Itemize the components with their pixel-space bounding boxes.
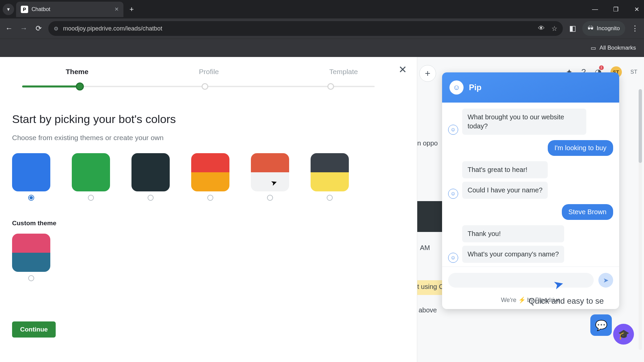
- bolt-icon: ⚡: [518, 297, 526, 303]
- bot-bubble-avatar-icon: ☺: [448, 189, 458, 199]
- new-tab-button[interactable]: +: [129, 5, 134, 14]
- window-controls: ― ❐ ✕: [591, 0, 641, 18]
- step-dot-template[interactable]: [327, 83, 334, 90]
- avatar-label: ST: [631, 69, 637, 75]
- theme-swatch-row: [12, 153, 405, 201]
- bookmark-star-icon[interactable]: ☆: [551, 24, 557, 33]
- step-dot-profile[interactable]: [202, 83, 208, 90]
- stepper-labels: Theme Profile Template: [12, 68, 405, 76]
- bot-avatar-icon: ☺: [449, 80, 464, 95]
- side-panel-icon[interactable]: ◧: [568, 24, 578, 33]
- close-window-icon[interactable]: ✕: [633, 6, 641, 13]
- step-label-template: Template: [329, 68, 358, 76]
- bot-bubble: What's your company's name?: [462, 246, 564, 263]
- chat-widget: ☺ Pip ☺What brought you to our website t…: [442, 72, 619, 309]
- theme-swatch-0[interactable]: [12, 153, 50, 201]
- user-message-row: I'm looking to buy: [448, 140, 613, 156]
- theme-radio-5[interactable]: [327, 195, 333, 201]
- theme-radio-4[interactable]: [267, 195, 273, 201]
- tab-title: Chatbot: [32, 6, 111, 12]
- folder-icon: ▭: [591, 45, 596, 52]
- chat-input-row: ➤: [442, 266, 619, 294]
- page-content: ✕ Theme Profile Template Start by pickin…: [0, 57, 644, 362]
- theme-radio-1[interactable]: [88, 195, 94, 201]
- page-subhead: Choose from existing themes or create yo…: [12, 134, 405, 142]
- step-dot-theme[interactable]: [76, 82, 84, 90]
- incognito-icon: 🕶: [588, 25, 593, 32]
- user-bubble: Steve Brown: [562, 204, 613, 220]
- chat-body: ☺What brought you to our website today?I…: [442, 103, 619, 266]
- toolbar-row: ← → ⟳ ⚙ moodjoy.pipedrive.com/leads/chat…: [0, 18, 644, 39]
- reload-icon[interactable]: ⟳: [34, 24, 44, 33]
- theme-radio-2[interactable]: [148, 195, 154, 201]
- theme-radio-3[interactable]: [207, 195, 213, 201]
- user-bubble: I'm looking to buy: [548, 140, 613, 156]
- back-icon[interactable]: ←: [4, 24, 14, 33]
- bot-message-row: ☺Thank you!What's your company's name?: [448, 225, 613, 263]
- tab-search-dropdown[interactable]: ▾: [3, 4, 14, 15]
- bot-bubble: What brought you to our website today?: [462, 109, 586, 135]
- quick-caption: Quick and easy to se: [529, 296, 604, 306]
- step-label-profile: Profile: [199, 68, 219, 76]
- incognito-chip[interactable]: 🕶 Incognito: [582, 21, 625, 36]
- preview-scrollthumb[interactable]: [639, 89, 642, 163]
- preview-pane: + ✦ ? ◔! ST ST n oppo AM t using C above…: [417, 57, 644, 362]
- user-message-row: Steve Brown: [448, 204, 613, 220]
- bot-message-row: ☺That's great to hear!Could I have your …: [448, 161, 613, 199]
- chat-fab[interactable]: 💬: [590, 314, 612, 336]
- bot-bubble: That's great to hear!: [462, 161, 548, 178]
- theme-swatch-4[interactable]: [251, 153, 289, 201]
- tab-close-icon[interactable]: ✕: [114, 6, 119, 12]
- site-settings-icon[interactable]: ⚙: [54, 25, 58, 32]
- bot-message-row: ☺What brought you to our website today?: [448, 109, 613, 135]
- theme-radio-0[interactable]: [28, 195, 34, 201]
- all-bookmarks-button[interactable]: ▭ All Bookmarks: [591, 45, 636, 52]
- bot-bubble-avatar-icon: ☺: [448, 253, 458, 263]
- tab-favicon: P: [21, 6, 28, 13]
- help-fab[interactable]: 🎓: [613, 324, 634, 345]
- tracking-off-icon[interactable]: 👁: [538, 24, 545, 33]
- bookmarks-bar: ▭ All Bookmarks: [0, 39, 644, 57]
- bg-text-using: t using C: [417, 283, 444, 291]
- page-headline: Start by picking your bot's colors: [12, 113, 405, 126]
- bot-bubble: Thank you!: [462, 225, 564, 242]
- theme-swatch-1[interactable]: [72, 153, 110, 201]
- chat-input[interactable]: [448, 273, 594, 288]
- theme-swatch-5[interactable]: [311, 153, 349, 201]
- bot-name: Pip: [469, 83, 481, 92]
- bg-text-above: above: [419, 306, 437, 314]
- step-label-theme: Theme: [66, 68, 89, 76]
- add-circle-button[interactable]: +: [419, 65, 436, 82]
- maximize-icon[interactable]: ❐: [612, 6, 620, 13]
- forward-icon[interactable]: →: [19, 24, 29, 33]
- chat-header: ☺ Pip: [442, 72, 619, 103]
- incognito-label: Incognito: [597, 25, 620, 32]
- address-bar[interactable]: ⚙ moodjoy.pipedrive.com/leads/chatbot 👁 …: [48, 21, 563, 36]
- minimize-icon[interactable]: ―: [591, 6, 599, 13]
- bg-text-oppo: n oppo: [417, 139, 438, 147]
- url-text: moodjoy.pipedrive.com/leads/chatbot: [63, 25, 533, 32]
- bot-bubble: Could I have your name?: [462, 182, 548, 199]
- send-button[interactable]: ➤: [598, 273, 613, 288]
- bot-bubble-avatar-icon: ☺: [448, 125, 458, 135]
- theme-swatch-3[interactable]: [191, 153, 229, 201]
- custom-theme-swatch[interactable]: [12, 234, 50, 281]
- bg-text-am: AM: [420, 244, 430, 252]
- browser-tab[interactable]: P Chatbot ✕: [16, 2, 123, 17]
- custom-theme-label: Custom theme: [12, 220, 405, 227]
- all-bookmarks-label: All Bookmarks: [599, 45, 636, 51]
- stepper-track: [12, 83, 395, 89]
- custom-theme-radio[interactable]: [28, 275, 34, 281]
- setup-pane: ✕ Theme Profile Template Start by pickin…: [0, 57, 417, 362]
- continue-button[interactable]: Continue: [12, 321, 56, 338]
- theme-swatch-2[interactable]: [131, 153, 170, 201]
- tab-strip: ▾ P Chatbot ✕ + ― ❐ ✕: [0, 0, 644, 18]
- kebab-menu-icon[interactable]: ⋮: [630, 24, 640, 33]
- browser-chrome: ▾ P Chatbot ✕ + ― ❐ ✕ ← → ⟳ ⚙ moodjoy.pi…: [0, 0, 644, 57]
- preview-scrollbar[interactable]: [639, 89, 642, 350]
- bg-dark-bar: [417, 201, 442, 232]
